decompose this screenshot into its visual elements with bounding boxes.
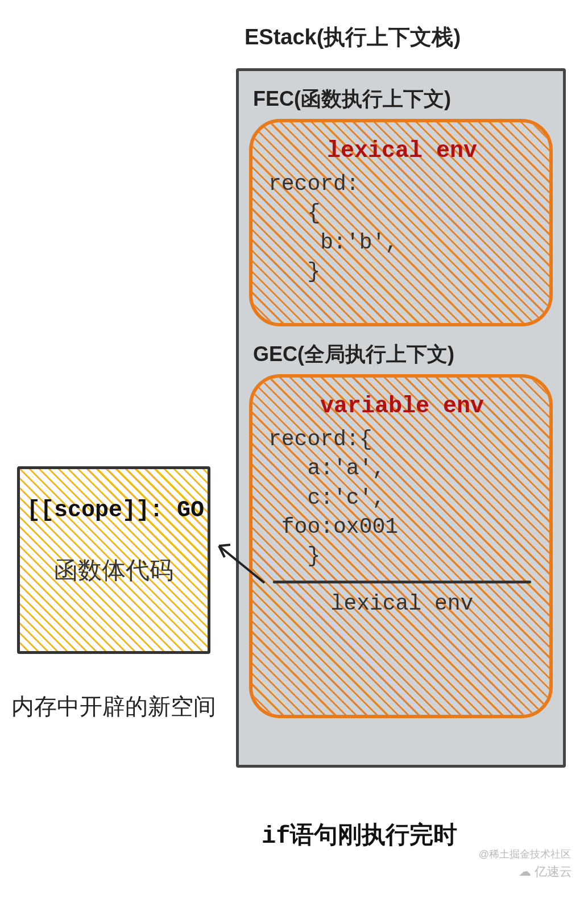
memory-label: 内存中开辟的新空间 [11,691,216,722]
fec-env-label: lexical env [268,138,536,164]
if-keyword: if [262,823,290,850]
estack-container: FEC(函数执行上下文) lexical env record: { b:'b'… [236,68,566,768]
gec-env-box: variable env record:{ a:'a', c:'c', foo:… [249,374,553,718]
gec-env-label: variable env [268,393,536,419]
estack-title: EStack(执行上下文栈) [245,23,461,52]
scope-body-label: 函数体代码 [27,554,201,586]
fec-record: record: { b:'b', } [268,169,536,286]
gec-record: record:{ a:'a', c:'c', foo:ox001 } [268,425,536,570]
gec-lexical-bottom: lexical env [268,591,536,623]
gec-title: GEC(全局执行上下文) [253,341,563,368]
divider-line [273,581,531,583]
arrow-icon [210,529,267,597]
scope-line: [[scope]]: GO [27,498,201,523]
fec-title: FEC(函数执行上下文) [253,85,563,113]
scope-box: [[scope]]: GO 函数体代码 [17,466,210,654]
caption-rest: 语句刚执行完时 [290,821,457,848]
watermark-juejin: @稀土掘金技术社区 [479,847,571,861]
watermark-yisu: ☁ 亿速云 [519,863,572,880]
fec-env-box: lexical env record: { b:'b', } [249,119,553,326]
bottom-caption: if语句刚执行完时 [262,819,457,851]
